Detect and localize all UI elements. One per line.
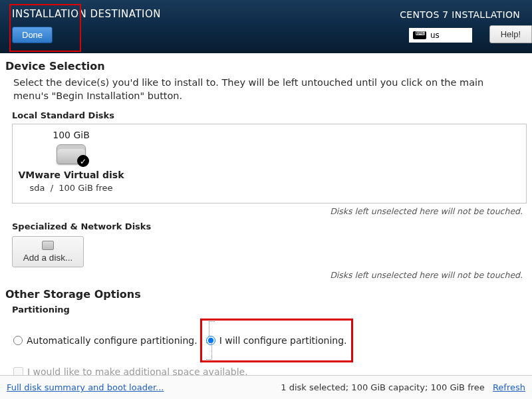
local-disks-panel: 100 GiB ✓ VMware Virtual disk sda / 100 …: [12, 124, 527, 203]
checkmark-icon: ✓: [77, 155, 89, 167]
installer-brand: CENTOS 7 INSTALLATION: [400, 9, 520, 20]
special-disks-hint: Disks left unselected here will not be t…: [5, 267, 527, 281]
radio-auto-input[interactable]: [13, 336, 23, 345]
disk-summary-link[interactable]: Full disk summary and boot loader...: [7, 382, 164, 392]
help-button[interactable]: Help!: [489, 25, 532, 43]
keyboard-layout-label: us: [430, 31, 440, 40]
header-bar: INSTALLATION DESTINATION CENTOS 7 INSTAL…: [0, 0, 532, 53]
partitioning-heading: Partitioning: [5, 302, 527, 316]
done-button[interactable]: Done: [12, 27, 53, 43]
disk-item[interactable]: 100 GiB ✓ VMware Virtual disk sda / 100 …: [18, 130, 124, 193]
radio-auto-label: Automatically configure partitioning.: [27, 335, 198, 346]
local-disks-heading: Local Standard Disks: [5, 106, 527, 122]
device-selection-title: Device Selection: [5, 60, 527, 72]
special-disks-heading: Specialized & Network Disks: [5, 217, 527, 233]
keyboard-icon: [413, 31, 426, 39]
disk-size: 100 GiB: [18, 130, 124, 140]
add-disk-icon: [42, 241, 54, 250]
highlight-manual-partition: I will configure partitioning.: [200, 319, 353, 362]
hard-disk-icon: ✓: [57, 144, 86, 164]
device-selection-description: Select the device(s) you'd like to insta…: [5, 75, 527, 106]
footer-bar: Full disk summary and boot loader... 1 d…: [0, 375, 532, 399]
footer-status: 1 disk selected; 100 GiB capacity; 100 G…: [281, 382, 484, 392]
radio-manual-partition[interactable]: I will configure partitioning.: [206, 335, 347, 346]
disk-free: 100 GiB free: [59, 183, 112, 193]
radio-manual-label: I will configure partitioning.: [219, 335, 347, 346]
add-disk-label: Add a disk...: [23, 253, 72, 263]
keyboard-layout-indicator[interactable]: us: [409, 28, 472, 43]
other-storage-title: Other Storage Options: [5, 288, 527, 301]
radio-auto-partition[interactable]: Automatically configure partitioning.: [13, 335, 198, 346]
add-disk-button[interactable]: Add a disk...: [12, 236, 84, 267]
refresh-link[interactable]: Refresh: [493, 382, 525, 392]
footer-right: 1 disk selected; 100 GiB capacity; 100 G…: [281, 382, 525, 392]
content-area: Device Selection Select the device(s) yo…: [0, 53, 532, 377]
local-disks-hint: Disks left unselected here will not be t…: [5, 203, 527, 217]
disk-subinfo: sda / 100 GiB free: [18, 183, 124, 193]
partitioning-radio-row: Automatically configure partitioning. I …: [5, 316, 527, 364]
disk-dev: sda: [29, 183, 45, 193]
radio-manual-input[interactable]: [206, 336, 215, 345]
disk-name: VMware Virtual disk: [18, 170, 124, 180]
